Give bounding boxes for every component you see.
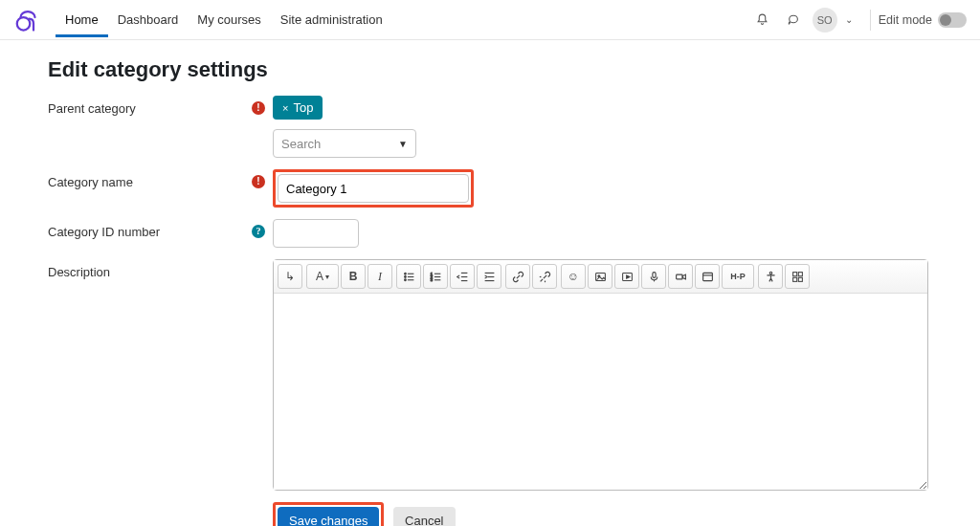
label-category-id: Category ID number bbox=[48, 219, 244, 239]
help-icon[interactable]: ? bbox=[252, 225, 265, 238]
toolbar-h5p-icon[interactable]: H-P bbox=[722, 264, 754, 289]
label-category-name: Category name bbox=[48, 169, 244, 189]
toolbar-file-icon[interactable] bbox=[695, 264, 720, 289]
bell-icon[interactable] bbox=[751, 9, 774, 32]
row-parent-category: Parent category ! × Top Search ▼ bbox=[48, 96, 932, 158]
svg-point-31 bbox=[769, 272, 771, 274]
navbar: Home Dashboard My courses Site administr… bbox=[0, 0, 980, 40]
tag-text: Top bbox=[293, 100, 313, 115]
nav-siteadmin[interactable]: Site administration bbox=[271, 2, 392, 37]
separator bbox=[870, 10, 871, 31]
toggle-knob bbox=[940, 14, 951, 26]
svg-point-3 bbox=[404, 275, 406, 277]
svg-point-5 bbox=[404, 278, 406, 280]
toolbar-link-icon[interactable] bbox=[505, 264, 530, 289]
toolbar-image-icon[interactable] bbox=[588, 264, 612, 289]
parent-category-tag: × Top bbox=[273, 96, 323, 120]
label-description: Description bbox=[48, 259, 244, 279]
toolbar-emoji-icon[interactable]: ☺ bbox=[561, 264, 586, 289]
svg-rect-35 bbox=[798, 277, 802, 281]
toolbar-accessibility-icon[interactable] bbox=[758, 264, 783, 289]
svg-rect-33 bbox=[798, 272, 802, 275]
highlight-save: Save changes bbox=[273, 502, 384, 526]
user-avatar[interactable]: SO bbox=[813, 8, 837, 33]
toolbar-ol-icon[interactable]: 123 bbox=[423, 264, 448, 289]
svg-point-1 bbox=[404, 273, 406, 274]
user-menu-caret-icon[interactable]: ⌄ bbox=[845, 14, 853, 25]
toolbar-htmlsource-icon[interactable] bbox=[785, 264, 810, 289]
nav-mycourses[interactable]: My courses bbox=[188, 2, 270, 37]
nav-dashboard[interactable]: Dashboard bbox=[108, 2, 189, 37]
parent-category-search[interactable]: Search ▼ bbox=[273, 129, 416, 158]
toolbar-expand-icon[interactable]: ↳ bbox=[278, 264, 302, 289]
row-category-id: Category ID number ? bbox=[48, 219, 932, 248]
brand-logo[interactable] bbox=[13, 6, 42, 34]
svg-rect-27 bbox=[676, 274, 682, 279]
search-placeholder: Search bbox=[281, 137, 321, 151]
edit-mode-toggle[interactable] bbox=[938, 12, 967, 28]
toolbar-video-icon[interactable] bbox=[668, 264, 693, 289]
description-editor: ↳ A▾ B I 123 bbox=[273, 259, 928, 491]
dropdown-caret-icon: ▼ bbox=[398, 139, 408, 149]
toolbar-unlink-icon[interactable] bbox=[532, 264, 557, 289]
svg-rect-34 bbox=[792, 277, 796, 281]
toolbar-bold-icon[interactable]: B bbox=[341, 264, 366, 289]
svg-rect-29 bbox=[702, 273, 712, 280]
toolbar-indent-icon[interactable] bbox=[477, 264, 501, 289]
toolbar-outdent-icon[interactable] bbox=[450, 264, 475, 289]
page-body: Edit category settings Parent category !… bbox=[0, 40, 980, 526]
nav-links: Home Dashboard My courses Site administr… bbox=[56, 2, 392, 37]
tag-remove-icon[interactable]: × bbox=[282, 102, 288, 114]
chat-icon[interactable] bbox=[782, 9, 805, 32]
save-button[interactable]: Save changes bbox=[278, 507, 379, 526]
page-title: Edit category settings bbox=[48, 57, 932, 82]
svg-text:3: 3 bbox=[430, 277, 433, 282]
svg-rect-25 bbox=[652, 272, 655, 277]
editor-toolbar: ↳ A▾ B I 123 bbox=[274, 260, 927, 294]
category-id-input[interactable] bbox=[273, 219, 359, 248]
row-category-name: Category name ! bbox=[48, 169, 932, 208]
label-parent-category: Parent category bbox=[48, 96, 244, 116]
cancel-button[interactable]: Cancel bbox=[393, 507, 455, 526]
svg-rect-32 bbox=[792, 272, 796, 275]
description-textarea[interactable] bbox=[274, 294, 927, 490]
required-icon: ! bbox=[252, 101, 265, 115]
toolbar-media-icon[interactable] bbox=[614, 264, 639, 289]
category-name-input[interactable] bbox=[278, 174, 469, 203]
required-icon: ! bbox=[252, 175, 265, 188]
toolbar-font-picker[interactable]: A▾ bbox=[306, 264, 339, 289]
highlight-category-name bbox=[273, 169, 474, 208]
row-description: Description ↳ A▾ B I 123 bbox=[48, 259, 932, 526]
nav-home[interactable]: Home bbox=[56, 2, 108, 37]
svg-point-0 bbox=[17, 17, 31, 31]
toolbar-ul-icon[interactable] bbox=[396, 264, 421, 289]
svg-marker-24 bbox=[626, 274, 629, 277]
toolbar-mic-icon[interactable] bbox=[641, 264, 666, 289]
edit-mode-label: Edit mode bbox=[879, 13, 932, 27]
toolbar-italic-icon[interactable]: I bbox=[368, 264, 392, 289]
